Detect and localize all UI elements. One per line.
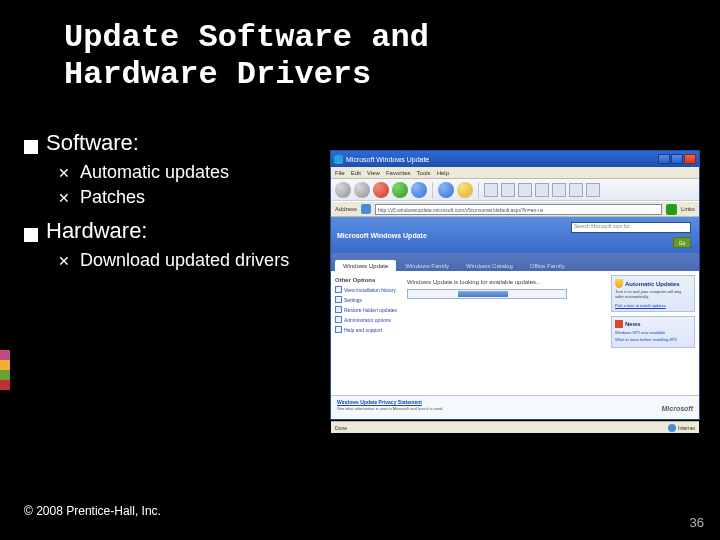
sidebar-link[interactable]: Help and support	[335, 326, 399, 333]
privacy-body: See what information is sent to Microsof…	[337, 406, 613, 411]
go-button[interactable]	[666, 204, 677, 215]
wu-tabs: Windows Update Windows Family Windows Ca…	[331, 253, 699, 271]
bullet-software-text: Software:	[46, 130, 139, 156]
wu-main: Windows Update is looking for available …	[403, 271, 607, 395]
home-button[interactable]	[411, 182, 427, 198]
bullet-hardware: Hardware:	[24, 218, 324, 244]
sidebar-link[interactable]: View installation history	[335, 286, 399, 293]
addr-label: Address	[335, 206, 357, 212]
menu-file[interactable]: File	[335, 170, 345, 176]
bullet-software: Software:	[24, 130, 324, 156]
menu-edit[interactable]: Edit	[351, 170, 361, 176]
privacy-link[interactable]: Windows Update Privacy Statement	[337, 399, 613, 405]
security-zone: Internet	[668, 424, 695, 432]
tab-windows-family[interactable]: Windows Family	[397, 260, 457, 271]
title-line-1: Update Software and	[64, 19, 429, 56]
maximize-button[interactable]	[671, 154, 683, 164]
auto-updates-title: Automatic Updates	[625, 281, 680, 287]
news-icon	[615, 320, 623, 328]
x-bullet-icon: ✕	[58, 165, 70, 181]
menu-view[interactable]: View	[367, 170, 380, 176]
sidebar-link[interactable]: Settings	[335, 296, 399, 303]
wu-sidebar: Other Options View installation history …	[331, 271, 403, 395]
progress-bar	[407, 289, 567, 299]
refresh-button[interactable]	[392, 182, 408, 198]
subbullet-patches: ✕ Patches	[58, 187, 324, 208]
stop-button[interactable]	[373, 182, 389, 198]
links-label[interactable]: Links	[681, 206, 695, 212]
ie-status-bar: Done Internet	[331, 421, 699, 433]
sidebar-link-text: Restore hidden updates	[344, 307, 397, 313]
box-icon	[335, 326, 342, 333]
slide-title: Update Software and Hardware Drivers	[0, 0, 720, 94]
print-button[interactable]	[518, 183, 532, 197]
globe-icon	[668, 424, 676, 432]
ie-toolbar	[331, 179, 699, 201]
box-icon	[335, 306, 342, 313]
sidebar-link[interactable]: Administrator options	[335, 316, 399, 323]
wu-footer: Windows Update Privacy Statement See wha…	[331, 395, 699, 421]
subbullet-text: Patches	[80, 187, 145, 208]
subbullet-auto-updates: ✕ Automatic updates	[58, 162, 324, 183]
favorites-button[interactable]	[457, 182, 473, 198]
subbullet-download-drivers: ✕ Download updated drivers	[58, 250, 324, 271]
history-button[interactable]	[484, 183, 498, 197]
square-bullet-icon	[24, 140, 38, 154]
back-button[interactable]	[335, 182, 351, 198]
sidebar-link-text: Help and support	[344, 327, 382, 333]
menu-favorites[interactable]: Favorites	[386, 170, 411, 176]
zone-text: Internet	[678, 425, 695, 431]
subbullet-text: Automatic updates	[80, 162, 229, 183]
address-input[interactable]: http://v5.windowsupdate.microsoft.com/v5…	[375, 204, 662, 215]
close-button[interactable]	[684, 154, 696, 164]
x-bullet-icon: ✕	[58, 253, 70, 269]
sidebar-link-text: Administrator options	[344, 317, 391, 323]
tab-windows-update[interactable]: Windows Update	[335, 260, 396, 271]
ie-titlebar: Microsoft Windows Update	[331, 151, 699, 167]
tab-office-family[interactable]: Office Family	[522, 260, 573, 271]
ie-address-bar: Address http://v5.windowsupdate.microsof…	[331, 201, 699, 217]
research-button[interactable]	[569, 183, 583, 197]
minimize-button[interactable]	[658, 154, 670, 164]
ie-menubar: File Edit View Favorites Tools Help	[331, 167, 699, 179]
tab-windows-catalog[interactable]: Windows Catalog	[458, 260, 521, 271]
box-icon	[335, 286, 342, 293]
news-title: News	[625, 321, 641, 327]
square-bullet-icon	[24, 228, 38, 242]
title-line-2: Hardware Drivers	[64, 56, 371, 93]
accent-stripe	[0, 350, 10, 390]
edit-button[interactable]	[535, 183, 549, 197]
windows-update-screenshot: Microsoft Windows Update File Edit View …	[330, 150, 700, 420]
menu-help[interactable]: Help	[437, 170, 449, 176]
progress-text: Windows Update is looking for available …	[407, 279, 603, 285]
sidebar-link-text: Settings	[344, 297, 362, 303]
search-input[interactable]: Search Microsoft.com for:	[571, 222, 691, 233]
news-item[interactable]: Windows SP2 now available	[615, 330, 691, 335]
slide-number: 36	[690, 515, 704, 530]
wu-logo: Microsoft Windows Update	[337, 232, 427, 239]
discuss-button[interactable]	[552, 183, 566, 197]
ie-icon	[334, 155, 343, 164]
progress-fill	[458, 291, 508, 297]
news-card: News Windows SP2 now available What to k…	[611, 316, 695, 348]
auto-updates-link[interactable]: Pick a time to install updates	[615, 303, 666, 308]
sidebar-link[interactable]: Restore hidden updates	[335, 306, 399, 313]
messenger-button[interactable]	[586, 183, 600, 197]
wu-body: Other Options View installation history …	[331, 271, 699, 395]
window-title: Microsoft Windows Update	[346, 156, 429, 163]
page-icon	[361, 204, 371, 214]
search-button[interactable]	[438, 182, 454, 198]
menu-tools[interactable]: Tools	[417, 170, 431, 176]
box-icon	[335, 316, 342, 323]
forward-button[interactable]	[354, 182, 370, 198]
news-item[interactable]: What to know before installing SP2	[615, 337, 691, 342]
shield-icon	[615, 279, 623, 288]
search-go-button[interactable]: Go	[673, 237, 691, 248]
wu-right: Automatic Updates Turn it on and your co…	[607, 271, 699, 395]
sidebar-header: Other Options	[335, 277, 399, 283]
auto-updates-body: Turn it on and your computer will stay s…	[615, 290, 691, 300]
bullet-content: Software: ✕ Automatic updates ✕ Patches …	[24, 130, 324, 275]
x-bullet-icon: ✕	[58, 190, 70, 206]
mail-button[interactable]	[501, 183, 515, 197]
status-text: Done	[335, 425, 347, 431]
